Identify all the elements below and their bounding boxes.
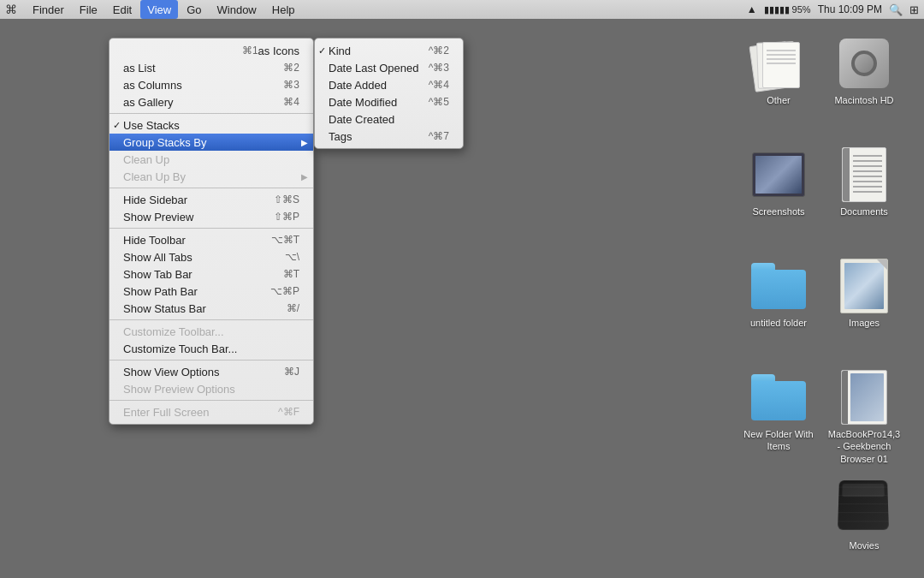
desktop-icon-untitled-folder[interactable]: untitled folder xyxy=(736,250,821,361)
menu-group-stacks-by[interactable]: Group Stacks By ▶ xyxy=(110,134,313,151)
menu-enter-full-screen[interactable]: Enter Full Screen ^⌘F xyxy=(110,403,313,420)
desktop-icon-movies[interactable]: Movies xyxy=(821,473,907,578)
menu-customize-toolbar[interactable]: Customize Toolbar... xyxy=(110,323,313,340)
document-lines xyxy=(853,155,882,157)
hide-toolbar-shortcut: ⌥⌘T xyxy=(271,234,299,246)
date-added-shortcut: ^⌘4 xyxy=(429,79,449,91)
images-icon-img xyxy=(837,259,891,313)
submenu-date-added[interactable]: Date Added ^⌘4 xyxy=(315,76,463,93)
show-preview-options-label: Show Preview Options xyxy=(123,383,235,396)
desktop: Other Macintosh HD Screenshots xyxy=(0,19,924,578)
menubar-right: ▲ ▮▮▮▮▮ 95% Thu 10:09 PM 🔍 ⊞ xyxy=(747,3,919,16)
menu-as-list[interactable]: as List ⌘2 xyxy=(110,59,313,76)
images-preview xyxy=(844,263,884,309)
menu-clean-up-by[interactable]: Clean Up By ▶ xyxy=(110,168,313,185)
desktop-icon-new-folder[interactable]: New Folder With Items xyxy=(736,361,821,473)
date-last-opened-label: Date Last Opened xyxy=(329,62,419,74)
movies-strip xyxy=(842,484,885,497)
menu-sep-4 xyxy=(110,319,313,320)
desktop-icon-macbookpro[interactable]: MacBookPro14,3 - Geekbench Browser 01 xyxy=(821,361,907,473)
show-all-tabs-shortcut: ⌥\ xyxy=(285,251,299,263)
menu-use-stacks[interactable]: ✓ Use Stacks xyxy=(110,116,313,134)
menubar-view[interactable]: View xyxy=(140,0,178,19)
kind-shortcut: ^⌘2 xyxy=(429,45,449,57)
movies-box xyxy=(838,480,889,530)
menubar-items: Finder File Edit View Go Window Help xyxy=(26,0,747,19)
show-all-tabs-label: Show All Tabs xyxy=(123,251,192,264)
new-folder-with-items-label: New Folder With Items xyxy=(740,428,817,453)
hide-toolbar-label: Hide Toolbar xyxy=(123,234,186,247)
show-path-bar-label: Show Path Bar xyxy=(123,285,198,298)
menubar-window[interactable]: Window xyxy=(210,0,264,19)
screenshots-icon-img xyxy=(751,147,806,202)
menu-show-view-options[interactable]: Show View Options ⌘J xyxy=(110,363,313,380)
menu-show-status-bar[interactable]: Show Status Bar ⌘/ xyxy=(110,300,313,317)
menu-customize-touch-bar[interactable]: Customize Touch Bar... xyxy=(110,340,313,357)
use-stacks-check: ✓ xyxy=(113,120,121,131)
clean-up-by-label: Clean Up By xyxy=(123,170,186,183)
submenu-date-last-opened[interactable]: Date Last Opened ^⌘3 xyxy=(315,59,463,76)
menubar-edit[interactable]: Edit xyxy=(106,0,139,19)
as-icons-shortcut: ⌘1 xyxy=(242,45,258,57)
menubar: ⌘ Finder File Edit View Go Window Help ▲… xyxy=(0,0,924,19)
menu-hide-toolbar[interactable]: Hide Toolbar ⌥⌘T xyxy=(110,231,313,248)
macintosh-hd-disk xyxy=(851,51,877,76)
show-status-bar-shortcut: ⌘/ xyxy=(287,302,299,314)
desktop-icon-screenshots[interactable]: Screenshots xyxy=(736,139,821,250)
documents-label: Documents xyxy=(840,206,888,217)
menubar-finder[interactable]: Finder xyxy=(26,0,71,19)
desktop-icon-other[interactable]: Other xyxy=(736,27,821,139)
clean-up-label: Clean Up xyxy=(123,153,169,166)
enter-full-screen-label: Enter Full Screen xyxy=(123,406,209,419)
macintosh-hd-label: Macintosh HD xyxy=(834,94,893,106)
desktop-icons-grid: Other Macintosh HD Screenshots xyxy=(736,27,907,578)
desktop-icon-documents[interactable]: Documents xyxy=(821,139,907,250)
desktop-icon-images[interactable]: Images xyxy=(821,250,907,361)
as-columns-label: as Columns xyxy=(123,79,182,92)
tags-label: Tags xyxy=(329,130,352,143)
show-tab-bar-label: Show Tab Bar xyxy=(123,268,192,281)
documents-icon xyxy=(842,147,886,202)
macintosh-hd-icon xyxy=(839,39,889,88)
menu-show-tab-bar[interactable]: Show Tab Bar ⌘T xyxy=(110,265,313,283)
search-icon[interactable]: 🔍 xyxy=(889,3,903,16)
untitled-folder-label: untitled folder xyxy=(750,317,807,329)
show-view-options-label: Show View Options xyxy=(123,366,220,378)
submenu-date-created[interactable]: Date Created xyxy=(315,110,463,128)
menubar-file[interactable]: File xyxy=(73,0,104,19)
submenu-date-modified[interactable]: Date Modified ^⌘5 xyxy=(315,93,463,110)
show-tab-bar-shortcut: ⌘T xyxy=(283,268,299,280)
menu-as-gallery[interactable]: as Gallery ⌘4 xyxy=(110,93,313,110)
battery-icon[interactable]: ▮▮▮▮▮ 95% xyxy=(764,4,811,15)
as-columns-shortcut: ⌘3 xyxy=(283,79,299,91)
movies-icon xyxy=(838,480,890,538)
desktop-icon-macintosh-hd[interactable]: Macintosh HD xyxy=(821,27,907,139)
apple-menu[interactable]: ⌘ xyxy=(5,3,17,16)
date-modified-shortcut: ^⌘5 xyxy=(429,96,449,108)
empty-cell xyxy=(736,473,821,578)
menu-as-columns[interactable]: as Columns ⌘3 xyxy=(110,76,313,93)
submenu-tags[interactable]: Tags ^⌘7 xyxy=(315,128,463,145)
kind-label: Kind xyxy=(329,45,351,57)
other-stack-icon xyxy=(752,37,805,90)
customize-touch-bar-label: Customize Touch Bar... xyxy=(123,343,237,355)
as-gallery-shortcut: ⌘4 xyxy=(283,96,299,108)
menu-hide-sidebar[interactable]: Hide Sidebar ⇧⌘S xyxy=(110,191,313,208)
menu-show-preview-options[interactable]: Show Preview Options xyxy=(110,380,313,397)
enter-full-screen-shortcut: ^⌘F xyxy=(278,406,299,418)
movies-icon-img xyxy=(837,481,891,536)
menubar-go[interactable]: Go xyxy=(180,0,208,19)
submenu-kind[interactable]: ✓ Kind ^⌘2 xyxy=(315,42,463,59)
clean-up-by-arrow: ▶ xyxy=(301,172,308,182)
menu-show-all-tabs[interactable]: Show All Tabs ⌥\ xyxy=(110,248,313,265)
documents-icon-img xyxy=(837,147,891,202)
menu-show-path-bar[interactable]: Show Path Bar ⌥⌘P xyxy=(110,283,313,300)
menu-clean-up[interactable]: Clean Up xyxy=(110,151,313,168)
as-list-label: as List xyxy=(123,62,156,74)
customize-toolbar-label: Customize Toolbar... xyxy=(123,325,224,338)
control-center-icon[interactable]: ⊞ xyxy=(909,3,919,16)
menubar-help[interactable]: Help xyxy=(265,0,302,19)
menu-as-icons[interactable]: ⌘1 as Icons xyxy=(110,42,313,59)
wifi-icon[interactable]: ▲ xyxy=(747,3,757,15)
menu-show-preview[interactable]: Show Preview ⇧⌘P xyxy=(110,208,313,225)
